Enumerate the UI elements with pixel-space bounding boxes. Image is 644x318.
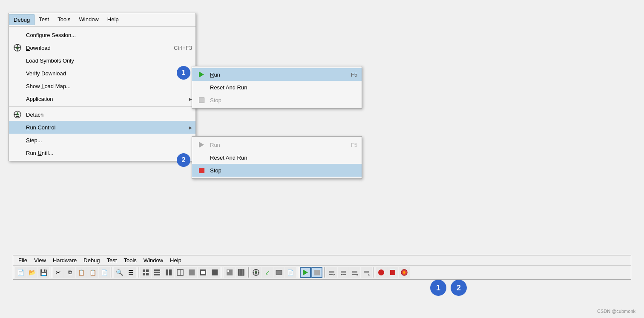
- stop-label-2: Stop: [210, 167, 357, 174]
- svg-rect-14: [143, 273, 145, 275]
- download-shortcut: Ctrl+F3: [174, 45, 192, 51]
- menu-item-detach[interactable]: Detach: [9, 108, 196, 121]
- toolbar-file[interactable]: File: [15, 256, 31, 264]
- view8-button[interactable]: [224, 267, 235, 278]
- toolbar-help[interactable]: Help: [167, 256, 185, 264]
- reset-run-icon-1: [196, 83, 207, 92]
- sep-2: [112, 267, 112, 278]
- svg-marker-43: [334, 274, 335, 275]
- svg-rect-19: [166, 269, 168, 275]
- main-menu: Debug Test Tools Window Help Configure S…: [9, 13, 196, 161]
- stop-toolbar-button[interactable]: [311, 267, 322, 278]
- view7-button[interactable]: [209, 267, 220, 278]
- stop-icon-1: [196, 96, 207, 104]
- submenu-run-control-1: Run F5 Reset And Run Stop: [192, 66, 362, 109]
- menu-item-configure-session[interactable]: Configure Session...: [9, 29, 196, 41]
- show-load-map-label: Show Load Map...: [24, 83, 192, 89]
- sep-3: [138, 267, 138, 278]
- verify-download-icon: [12, 69, 23, 77]
- paste2-button[interactable]: 📋: [87, 267, 98, 278]
- submenu-run-control-2: Run F5 Reset And Run Stop: [192, 136, 362, 179]
- step3-button[interactable]: [349, 267, 360, 278]
- toolbar-hardware[interactable]: Hardware: [49, 256, 80, 264]
- open-button[interactable]: 📂: [26, 267, 37, 278]
- run-control-arrow: [189, 125, 192, 130]
- configure-session-label: Configure Session...: [24, 32, 192, 38]
- step2-button[interactable]: [338, 267, 349, 278]
- application-icon: [12, 95, 23, 103]
- badge-1: 1: [177, 66, 190, 80]
- svg-marker-54: [368, 274, 370, 275]
- arrow-button[interactable]: ↙: [262, 267, 273, 278]
- step1-button[interactable]: [326, 267, 337, 278]
- bp3-button[interactable]: [399, 267, 410, 278]
- list-button[interactable]: ☰: [125, 267, 136, 278]
- toolbar-debug[interactable]: Debug: [80, 256, 103, 264]
- configure-session-icon: [12, 31, 23, 39]
- cut-button[interactable]: ✂: [53, 267, 64, 278]
- menu-item-run-control[interactable]: Run Control: [9, 121, 196, 134]
- svg-marker-46: [341, 274, 342, 275]
- submenu-item-reset-run-1[interactable]: Reset And Run: [192, 81, 362, 94]
- submenu-item-run-1[interactable]: Run F5: [192, 68, 362, 81]
- menu-item-application[interactable]: Application: [9, 92, 196, 105]
- find-button[interactable]: 🔍: [114, 267, 125, 278]
- submenu-item-stop-1[interactable]: Stop: [192, 94, 362, 106]
- view9-button[interactable]: [236, 267, 247, 278]
- toolbar-window[interactable]: Window: [140, 256, 167, 264]
- view2-button[interactable]: [152, 267, 163, 278]
- view5-button[interactable]: [186, 267, 197, 278]
- view4-button[interactable]: [175, 267, 186, 278]
- new-button[interactable]: 📄: [15, 267, 26, 278]
- menu-item-download[interactable]: Download Ctrl+F3: [9, 41, 196, 54]
- bp2-button[interactable]: [387, 267, 398, 278]
- view6-button[interactable]: [198, 267, 209, 278]
- run-toolbar-button[interactable]: [300, 267, 311, 278]
- bp1-button[interactable]: [376, 267, 387, 278]
- menu-item-show-load-map[interactable]: Show Load Map...: [9, 80, 196, 92]
- run-label-1: Run: [210, 72, 351, 78]
- menu-tools[interactable]: Tools: [53, 14, 75, 25]
- sep-7: [324, 267, 325, 278]
- separator-1: [9, 106, 196, 107]
- svg-rect-39: [276, 270, 282, 275]
- download-label: Download: [24, 45, 165, 51]
- toolbar-tools[interactable]: Tools: [120, 256, 140, 264]
- step4-button[interactable]: [361, 267, 372, 278]
- menu-item-verify-download[interactable]: Verify Download: [9, 67, 196, 80]
- submenu-item-run-2[interactable]: Run F5: [192, 138, 362, 151]
- menu-item-step[interactable]: Step...: [9, 134, 196, 146]
- reset-run-label-1: Reset And Run: [210, 84, 357, 91]
- run-play-icon-1: [196, 70, 207, 79]
- menu-help[interactable]: Help: [103, 14, 123, 25]
- copy-button[interactable]: ⧉: [64, 267, 75, 278]
- menu-item-run-until[interactable]: Run Until...: [9, 146, 196, 159]
- run-shortcut-1: F5: [351, 72, 357, 78]
- submenu-item-reset-run-2[interactable]: Reset And Run: [192, 151, 362, 164]
- show-load-map-icon: [12, 82, 23, 90]
- submenu-item-stop-2[interactable]: Stop: [192, 164, 362, 177]
- hardware-btn[interactable]: [273, 267, 285, 278]
- spider-button[interactable]: [250, 267, 262, 278]
- menu-item-load-symbols[interactable]: Load Symbols Only: [9, 54, 196, 67]
- toolbar-view[interactable]: View: [31, 256, 49, 264]
- run-control-icon: [12, 123, 23, 132]
- svg-point-55: [378, 269, 384, 275]
- load-symbols-icon: [12, 56, 23, 65]
- sep-8: [374, 267, 374, 278]
- detach-label: Detach: [24, 112, 192, 118]
- menu-test[interactable]: Test: [34, 14, 53, 25]
- menu-debug[interactable]: Debug: [9, 14, 34, 25]
- menu-window[interactable]: Window: [75, 14, 103, 25]
- file3-button[interactable]: 📄: [285, 267, 296, 278]
- toolbar-menubar: File View Hardware Debug Test Tools Wind…: [13, 255, 631, 266]
- save-button[interactable]: 💾: [38, 267, 49, 278]
- view3-button[interactable]: [163, 267, 174, 278]
- svg-rect-15: [146, 273, 149, 275]
- application-label: Application: [24, 96, 189, 102]
- paste-button[interactable]: 📋: [76, 267, 87, 278]
- toolbar-test[interactable]: Test: [104, 256, 121, 264]
- view1-button[interactable]: [140, 267, 151, 278]
- svg-marker-8: [16, 112, 19, 115]
- file2-button[interactable]: 📄: [99, 267, 110, 278]
